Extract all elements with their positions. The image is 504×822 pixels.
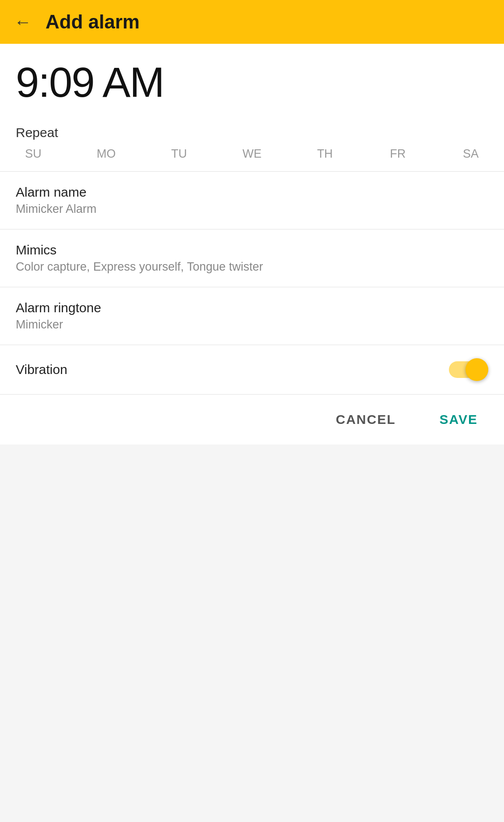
- vibration-toggle[interactable]: [449, 358, 488, 381]
- time-section[interactable]: 9:09 AM: [0, 44, 504, 116]
- alarm-name-row[interactable]: Alarm name Mimicker Alarm: [0, 172, 504, 229]
- vibration-label: Vibration: [16, 362, 67, 377]
- toggle-thumb: [466, 358, 488, 381]
- day-fr[interactable]: FR: [385, 147, 411, 161]
- time-display[interactable]: 9:09 AM: [16, 61, 488, 103]
- day-tu[interactable]: TU: [166, 147, 192, 161]
- save-button[interactable]: SAVE: [431, 408, 486, 431]
- app-header: ← Add alarm: [0, 0, 504, 44]
- day-su[interactable]: SU: [20, 147, 46, 161]
- repeat-section: Repeat SU MO TU WE TH FR SA: [0, 116, 504, 171]
- back-icon[interactable]: ←: [14, 12, 32, 32]
- cancel-button[interactable]: CANCEL: [327, 408, 405, 431]
- mimics-row[interactable]: Mimics Color capture, Express yourself, …: [0, 229, 504, 287]
- day-th[interactable]: TH: [312, 147, 338, 161]
- day-sa[interactable]: SA: [458, 147, 484, 161]
- action-row: CANCEL SAVE: [0, 395, 504, 445]
- vibration-row: Vibration: [0, 345, 504, 394]
- alarm-name-value: Mimicker Alarm: [16, 202, 488, 216]
- alarm-ringtone-value: Mimicker: [16, 318, 488, 332]
- bottom-empty-area: [0, 445, 504, 822]
- alarm-name-title: Alarm name: [16, 185, 488, 200]
- mimics-title: Mimics: [16, 243, 488, 258]
- days-row: SU MO TU WE TH FR SA: [16, 147, 488, 161]
- alarm-ringtone-row[interactable]: Alarm ringtone Mimicker: [0, 287, 504, 345]
- repeat-label: Repeat: [16, 125, 488, 140]
- alarm-ringtone-title: Alarm ringtone: [16, 300, 488, 315]
- day-we[interactable]: WE: [239, 147, 265, 161]
- mimics-value: Color capture, Express yourself, Tongue …: [16, 260, 488, 274]
- page-title: Add alarm: [46, 11, 140, 33]
- day-mo[interactable]: MO: [93, 147, 119, 161]
